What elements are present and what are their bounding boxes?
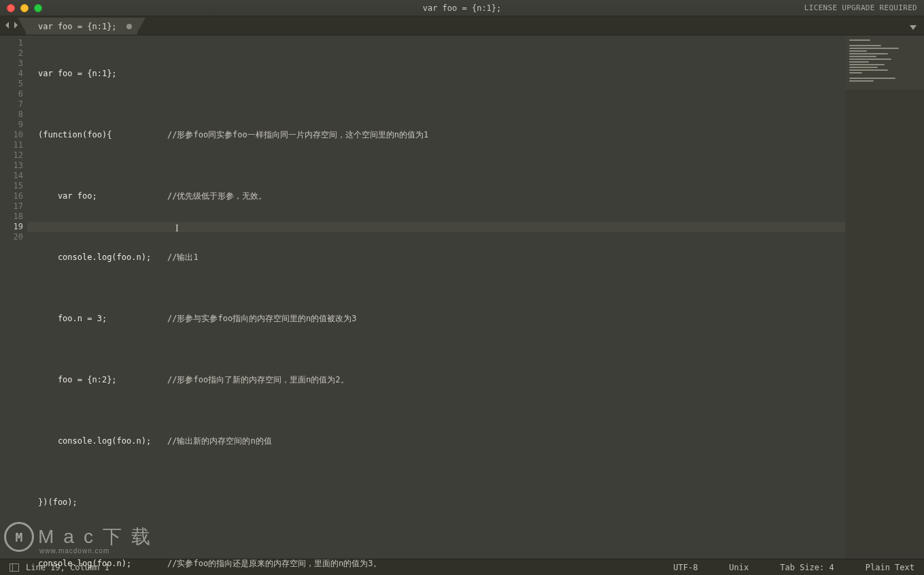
code-text — [38, 528, 167, 538]
line-number: 18 — [0, 212, 23, 222]
line-number: 14 — [0, 171, 23, 181]
code-text — [38, 344, 167, 355]
code-text — [38, 161, 167, 171]
code-text — [38, 99, 167, 110]
line-number: 1 — [0, 38, 23, 48]
code-text: })(foo); — [38, 497, 167, 508]
line-number: 4 — [0, 69, 23, 79]
code-text — [38, 222, 167, 232]
code-text — [38, 467, 167, 477]
title-bar: var foo = {n:1}; LICENSE UPGRADE REQUIRE… — [0, 0, 924, 16]
line-number: 13 — [0, 161, 23, 171]
editor-area: 1 2 3 4 5 6 7 8 9 10 11 12 13 14 15 16 1… — [0, 35, 924, 559]
window-controls — [0, 4, 42, 12]
tab-label: var foo = {n:1}; — [38, 22, 117, 31]
zoom-window-button[interactable] — [34, 4, 42, 12]
code-text: console.log(foo.n); — [38, 559, 167, 569]
code-text: var foo; — [38, 191, 167, 201]
gutter[interactable]: 1 2 3 4 5 6 7 8 9 10 11 12 13 14 15 16 1… — [0, 35, 27, 559]
code-text: foo = {n:2}; — [38, 375, 167, 385]
line-number: 16 — [0, 191, 23, 201]
code-comment: //形参foo同实参foo一样指向同一片内存空间，这个空间里的n的值为1 — [167, 130, 428, 140]
license-notice[interactable]: LICENSE UPGRADE REQUIRED — [804, 3, 917, 12]
line-number: 5 — [0, 79, 23, 89]
code-text: foo.n = 3; — [38, 314, 167, 324]
line-number: 20 — [0, 232, 23, 242]
window-title: var foo = {n:1}; — [423, 3, 502, 13]
code-text: console.log(foo.n); — [38, 252, 167, 263]
minimize-window-button[interactable] — [20, 4, 29, 12]
tab-file[interactable]: var foo = {n:1}; — [26, 18, 137, 35]
code-text: var foo = {n:1}; — [38, 69, 167, 79]
line-number: 7 — [0, 99, 23, 110]
code-text — [38, 283, 167, 293]
code-comment: //输出1 — [167, 252, 199, 263]
status-syntax[interactable]: Plain Text — [866, 563, 914, 572]
line-number: 6 — [0, 89, 23, 99]
close-window-button[interactable] — [7, 4, 15, 12]
line-number: 8 — [0, 110, 23, 120]
code-comment: //优先级低于形参，无效。 — [167, 191, 267, 201]
code-text: console.log(foo.n); — [38, 436, 167, 446]
line-number: 9 — [0, 120, 23, 130]
line-number: 11 — [0, 140, 23, 150]
tab-overflow-button[interactable] — [909, 21, 917, 34]
line-number: 12 — [0, 150, 23, 161]
line-number: 19 — [0, 222, 23, 232]
code-comment: //形参与实参foo指向的内存空间里的n的值被改为3 — [167, 314, 357, 324]
line-number: 2 — [0, 48, 23, 59]
code-comment: //实参foo的指向还是原来的内存空间，里面的n的值为3。 — [167, 559, 381, 569]
code-text — [38, 406, 167, 416]
panel-switcher-icon[interactable] — [10, 563, 19, 572]
line-number: 10 — [0, 130, 23, 140]
minimap-viewport[interactable] — [845, 35, 924, 90]
line-number: 3 — [0, 59, 23, 69]
dirty-indicator-icon — [126, 24, 132, 29]
line-number: 15 — [0, 181, 23, 191]
minimap[interactable] — [845, 35, 924, 559]
code-comment: //输出新的内存空间的n的值 — [167, 436, 272, 446]
nav-back-button[interactable] — [4, 19, 11, 32]
code-text: (function(foo){ — [38, 130, 167, 140]
line-number: 17 — [0, 201, 23, 212]
code-content[interactable]: var foo = {n:1}; (function(foo){//形参foo同… — [27, 35, 845, 559]
code-comment: //形参foo指向了新的内存空间，里面n的值为2。 — [167, 375, 349, 385]
text-cursor-icon: I — [175, 223, 179, 233]
tab-bar: var foo = {n:1}; — [0, 16, 924, 35]
